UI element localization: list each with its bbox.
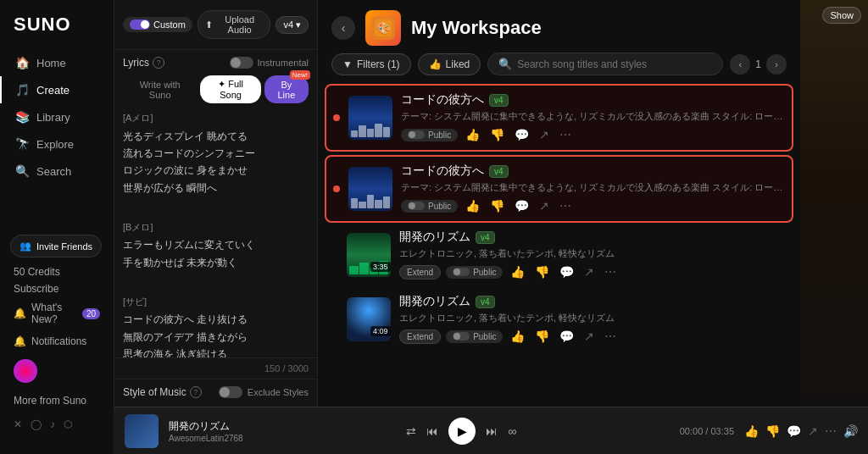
workspace-header: ‹ 🎨 My Workspace	[318, 0, 800, 53]
table-row[interactable]: コードの彼方へ v4 テーマ: システム開発に集中できるような, リズミカルで没…	[325, 155, 793, 223]
tab-by-line[interactable]: By Line New!	[264, 75, 309, 103]
home-icon: 🏠	[15, 56, 30, 69]
shuffle-button[interactable]: ⇄	[406, 424, 416, 438]
sidebar-label-explore: Explore	[36, 138, 74, 151]
sidebar-label-home: Home	[36, 57, 66, 69]
table-row[interactable]: 4:09 開発のリズム v4 エレクトロニック, 落ち着いたテンポ, 軽快なリズ…	[325, 287, 793, 352]
show-button[interactable]: Show	[822, 7, 861, 24]
lyrics-content: [Aメロ] 光るディスプレイ 眺めてる 流れるコードのシンフォニー ロジックの波…	[123, 110, 309, 357]
public-toggle-1[interactable]: Public	[401, 129, 458, 141]
back-button[interactable]: ‹	[331, 16, 355, 40]
song-thumbnail-2	[348, 167, 392, 211]
active-dot-2	[333, 185, 340, 192]
lyrics-line-3: ロジックの波に 身をまかせ	[123, 162, 309, 179]
sidebar-item-home[interactable]: 🏠 Home	[0, 49, 114, 76]
next-button[interactable]: ⏭	[486, 424, 498, 438]
style-info-icon[interactable]: ?	[190, 386, 202, 398]
public-toggle-3[interactable]: Public	[446, 266, 503, 279]
extend-button-3[interactable]: Extend	[399, 265, 441, 280]
exclude-styles-row: Exclude Styles	[219, 386, 309, 398]
more-icon-3[interactable]: ⋯	[602, 263, 619, 280]
search-input[interactable]	[517, 58, 712, 70]
sidebar-item-create[interactable]: 🎵 Create	[0, 76, 114, 103]
more-icon-1[interactable]: ⋯	[557, 126, 574, 143]
song-desc-1: テーマ: システム開発に集中できるような, リズミカルで没入感のある楽曲 スタイ…	[401, 110, 785, 123]
discord-icon[interactable]: ⬡	[64, 418, 72, 430]
filter-button[interactable]: ▼ Filters (1)	[331, 53, 411, 75]
player-dislike-icon[interactable]: 👎	[765, 424, 780, 438]
tab-full-song[interactable]: ✦ Full Song	[200, 75, 260, 103]
lyrics-line-4: 世界が広がる 瞬間へ	[123, 180, 309, 197]
main-content: ‹ 🎨 My Workspace ▼ Filters (1) 👍 Liked 🔍…	[318, 0, 800, 454]
share-icon-2[interactable]: ↗	[537, 197, 552, 214]
song-info-1: コードの彼方へ v4 テーマ: システム開発に集中できるような, リズミカルで没…	[401, 92, 785, 143]
social-icons: ✕ ◯ ♪ ⬡	[0, 412, 114, 437]
share-icon-4[interactable]: ↗	[581, 328, 597, 345]
table-row[interactable]: 3:35 開発のリズム v4 エレクトロニック, 落ち着いたテンポ, 軽快なリズ…	[325, 223, 793, 287]
toolbar: ▼ Filters (1) 👍 Liked 🔍 ‹ 1 ›	[318, 53, 800, 84]
version-button[interactable]: v4 ▾	[275, 16, 309, 34]
dislike-icon-2[interactable]: 👎	[487, 197, 507, 214]
public-toggle-dot-4	[453, 332, 470, 340]
sidebar: SUNO 🏠 Home 🎵 Create 📚 Library 🔭 Explore…	[0, 0, 114, 454]
player-comment-icon[interactable]: 💬	[787, 424, 800, 438]
song-list: コードの彼方へ v4 テーマ: システム開発に集中できるような, リズミカルで没…	[318, 84, 800, 454]
play-pause-button[interactable]: ▶	[448, 418, 476, 445]
public-label-3: Public	[473, 268, 496, 277]
notifications-label: Notifications	[31, 335, 86, 347]
lyrics-info-icon[interactable]: ?	[153, 57, 164, 69]
like-icon-1[interactable]: 👍	[463, 126, 482, 143]
song-title-4: 開発のリズム	[399, 294, 470, 309]
instrumental-toggle[interactable]: Instrumental	[230, 57, 309, 69]
song-thumbnail-4: 4:09	[347, 297, 391, 341]
instagram-icon[interactable]: ◯	[31, 418, 42, 430]
section-b-header: [Bメロ]	[123, 219, 309, 235]
credits-display: 50 Credits	[0, 263, 114, 281]
like-icon-2[interactable]: 👍	[463, 197, 482, 214]
version-label: v4	[283, 19, 293, 30]
lyrics-count: 150 / 3000	[114, 357, 317, 379]
liked-button[interactable]: 👍 Liked	[418, 53, 481, 75]
like-icon-3[interactable]: 👍	[508, 263, 527, 280]
prev-button[interactable]: ⏮	[426, 424, 438, 438]
public-toggle-4[interactable]: Public	[446, 330, 503, 343]
active-dot	[333, 114, 340, 121]
upload-audio-button[interactable]: ⬆ Upload Audio	[198, 10, 270, 39]
custom-toggle-wrap[interactable]: Custom	[123, 17, 192, 32]
next-page-button[interactable]: ›	[766, 54, 787, 75]
like-icon-4[interactable]: 👍	[508, 328, 527, 345]
notifications-item[interactable]: 🔔 Notifications	[0, 330, 114, 352]
more-from-suno[interactable]: More from Suno	[0, 390, 114, 412]
exclude-toggle[interactable]	[219, 386, 242, 398]
more-icon-2[interactable]: ⋯	[557, 197, 574, 214]
extend-button-4[interactable]: Extend	[399, 329, 441, 344]
whats-new-item[interactable]: 🔔 What's New? 20	[0, 296, 114, 330]
more-icon-4[interactable]: ⋯	[602, 328, 619, 345]
twitter-icon[interactable]: ✕	[14, 418, 22, 430]
explore-icon: 🔭	[15, 137, 30, 151]
tiktok-icon[interactable]: ♪	[50, 418, 55, 430]
share-icon-3[interactable]: ↗	[581, 263, 597, 280]
invite-friends-button[interactable]: 👥 Invite Friends	[10, 235, 102, 257]
dislike-icon-1[interactable]: 👎	[487, 126, 507, 143]
comment-icon-3[interactable]: 💬	[557, 263, 576, 280]
dislike-icon-3[interactable]: 👎	[532, 263, 552, 280]
avatar[interactable]	[14, 359, 37, 383]
prev-page-button[interactable]: ‹	[730, 54, 750, 75]
sidebar-item-search[interactable]: 🔍 Search	[0, 158, 114, 185]
public-toggle-2[interactable]: Public	[401, 200, 458, 213]
repeat-button[interactable]: ∞	[508, 424, 516, 438]
comment-icon-4[interactable]: 💬	[557, 328, 576, 345]
tab-write-with-suno[interactable]: Write with Suno	[123, 75, 197, 103]
table-row[interactable]: コードの彼方へ v4 テーマ: システム開発に集中できるような, リズミカルで没…	[325, 84, 793, 152]
comment-icon-1[interactable]: 💬	[512, 126, 531, 143]
filter-icon: ▼	[342, 58, 353, 70]
comment-icon-2[interactable]: 💬	[512, 197, 531, 214]
lyrics-label: Lyrics	[123, 57, 149, 69]
dislike-icon-4[interactable]: 👎	[532, 328, 552, 345]
sidebar-item-library[interactable]: 📚 Library	[0, 103, 114, 130]
player-like-icon[interactable]: 👍	[744, 424, 759, 438]
subscribe-link[interactable]: Subscribe	[0, 281, 114, 296]
sidebar-item-explore[interactable]: 🔭 Explore	[0, 130, 114, 158]
share-icon-1[interactable]: ↗	[537, 126, 552, 143]
